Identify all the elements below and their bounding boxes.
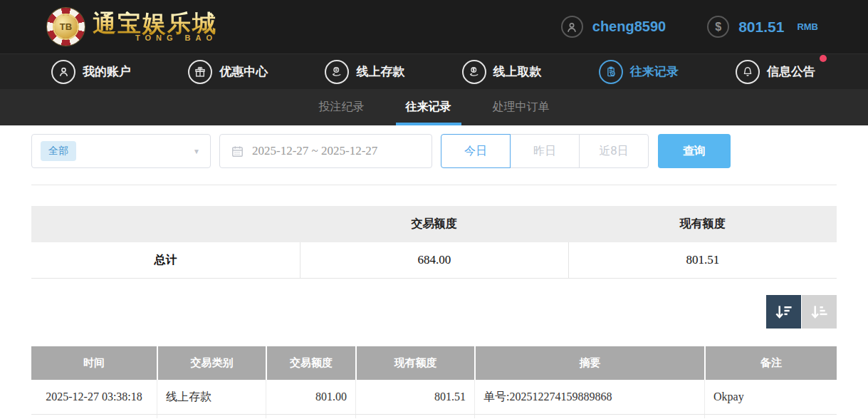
brand-name-chinese: 通宝娱乐城 xyxy=(93,11,217,36)
deposit-coin-icon xyxy=(325,60,349,84)
table-row: 2025-12-27 03:38:18 线上存款 801.00 801.51 单… xyxy=(31,380,837,415)
username-text: cheng8590 xyxy=(592,19,666,35)
summary-header-row: 交易额度 现有额度 xyxy=(31,206,837,242)
column-header-amount: 交易额度 xyxy=(266,346,355,380)
column-header-time: 时间 xyxy=(31,346,157,380)
last-8-days-button[interactable]: 近8日 xyxy=(579,134,649,168)
summary-table: 交易额度 现有额度 总计 684.00 801.51 xyxy=(31,206,837,279)
nav-item-transaction-records[interactable]: 往来记录 xyxy=(599,60,679,84)
user-avatar-icon xyxy=(561,16,583,38)
tab-label: 往来记录 xyxy=(406,100,451,115)
cell-note: Okpay xyxy=(704,380,837,414)
content-area: 全部 ▼ 2025-12-27 ~ 2025-12-27 今日 昨日 近8日 查… xyxy=(0,125,868,418)
sort-controls xyxy=(31,295,837,329)
calendar-icon xyxy=(231,145,244,158)
column-header-balance: 现有额度 xyxy=(355,346,474,380)
nav-label: 往来记录 xyxy=(630,63,679,80)
top-header-bar: TB 通宝娱乐城 TONG BAO cheng8590 $ 801.51 RMB xyxy=(0,0,868,53)
selected-category-tag: 全部 xyxy=(41,141,76,161)
gift-icon xyxy=(188,60,212,84)
today-button[interactable]: 今日 xyxy=(441,134,511,168)
column-header-summary: 摘要 xyxy=(474,346,704,380)
nav-label: 线上取款 xyxy=(493,63,542,80)
balance-amount: 801.51 xyxy=(738,19,784,36)
tab-betting-records[interactable]: 投注纪录 xyxy=(315,89,369,125)
notification-dot xyxy=(820,55,827,62)
nav-label: 线上存款 xyxy=(356,63,404,80)
summary-transaction-total: 684.00 xyxy=(300,242,568,278)
cell-amount: 801.00 xyxy=(266,380,355,414)
balance-display[interactable]: $ 801.51 RMB xyxy=(707,16,818,38)
dollar-coin-icon: $ xyxy=(707,16,729,38)
summary-total-row: 总计 684.00 801.51 xyxy=(31,242,837,279)
transactions-table: 时间 交易类别 交易额度 现有额度 摘要 备注 2025-12-27 03:38… xyxy=(31,346,837,418)
nav-item-announcements[interactable]: 信息公告 xyxy=(736,60,815,84)
table-row-partial xyxy=(31,415,837,418)
column-header-type: 交易类别 xyxy=(157,346,266,380)
filter-toolbar: 全部 ▼ 2025-12-27 ~ 2025-12-27 今日 昨日 近8日 查… xyxy=(31,134,837,168)
user-icon xyxy=(51,60,75,84)
sort-ascending-button[interactable] xyxy=(802,295,837,329)
user-account-link[interactable]: cheng8590 xyxy=(561,16,666,38)
withdraw-coin-icon xyxy=(462,60,486,84)
site-logo[interactable]: TB 通宝娱乐城 TONG BAO xyxy=(47,8,217,46)
tab-label: 处理中订单 xyxy=(493,100,550,115)
header-right-section: cheng8590 $ 801.51 RMB xyxy=(561,16,818,38)
nav-label: 优惠中心 xyxy=(219,63,268,80)
summary-total-label: 总计 xyxy=(31,242,300,278)
search-button[interactable]: 查询 xyxy=(658,134,731,168)
sort-descending-button[interactable] xyxy=(766,295,801,329)
records-clipboard-icon xyxy=(599,60,623,84)
bell-icon xyxy=(736,60,760,84)
nav-item-online-withdraw[interactable]: 线上取款 xyxy=(462,60,542,84)
table-header-row: 时间 交易类别 交易额度 现有额度 摘要 备注 xyxy=(31,346,837,380)
brand-name-english: TONG BAO xyxy=(135,33,217,42)
poker-chip-monogram: TB xyxy=(54,15,78,38)
yesterday-button[interactable]: 昨日 xyxy=(510,134,580,168)
summary-header-current-amount: 现有额度 xyxy=(568,217,837,232)
summary-current-total: 801.51 xyxy=(568,242,837,278)
brand-text: 通宝娱乐城 TONG BAO xyxy=(93,11,217,43)
poker-chip-logo-icon: TB xyxy=(47,8,85,46)
category-select[interactable]: 全部 ▼ xyxy=(31,134,211,168)
nav-item-promotions[interactable]: 优惠中心 xyxy=(188,60,268,84)
tab-label: 投注纪录 xyxy=(319,100,365,115)
cell-summary: 单号:202512274159889868 xyxy=(474,380,704,414)
cell-time: 2025-12-27 03:38:18 xyxy=(31,380,157,414)
date-range-value: 2025-12-27 ~ 2025-12-27 xyxy=(252,144,377,158)
nav-label: 我的账户 xyxy=(83,63,131,80)
cell-balance: 801.51 xyxy=(355,380,474,414)
nav-item-my-account[interactable]: 我的账户 xyxy=(51,60,131,84)
nav-item-online-deposit[interactable]: 线上存款 xyxy=(325,60,404,84)
nav-label: 信息公告 xyxy=(767,63,815,80)
chevron-down-icon: ▼ xyxy=(193,148,200,155)
quick-date-button-group: 今日 昨日 近8日 xyxy=(441,134,649,168)
column-header-note: 备注 xyxy=(704,346,837,380)
tab-transaction-records[interactable]: 往来记录 xyxy=(402,89,456,125)
secondary-tab-bar: 投注纪录 往来记录 处理中订单 xyxy=(0,89,868,125)
summary-header-transaction-amount: 交易额度 xyxy=(300,217,568,232)
tab-pending-orders[interactable]: 处理中订单 xyxy=(488,89,554,125)
horizontal-divider xyxy=(31,185,837,185)
date-range-picker[interactable]: 2025-12-27 ~ 2025-12-27 xyxy=(219,134,432,168)
main-navigation-bar: 我的账户 优惠中心 线上存款 xyxy=(0,53,868,89)
currency-label: RMB xyxy=(797,21,818,32)
cell-type: 线上存款 xyxy=(157,380,266,414)
